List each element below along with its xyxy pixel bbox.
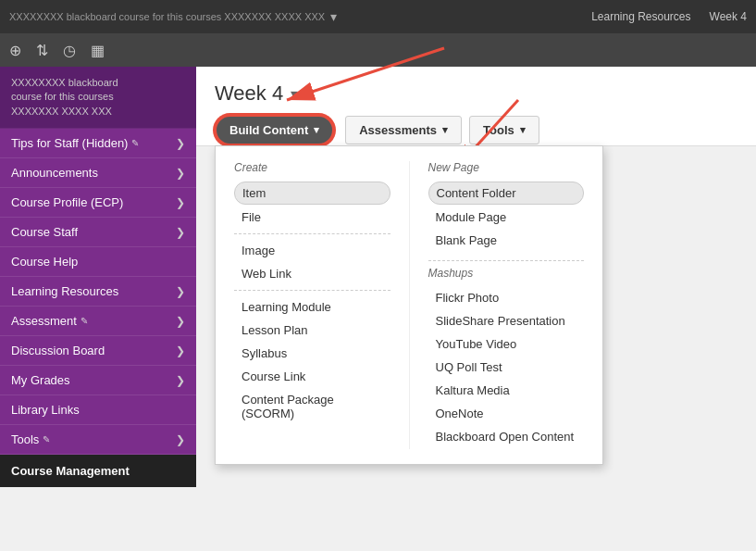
chevron-icon: ❯ xyxy=(176,167,185,180)
week-title-text: Week 4 xyxy=(215,81,283,106)
sidebar-item-course-profile[interactable]: Course Profile (ECP) ❯ xyxy=(0,188,196,218)
grid-icon[interactable]: ▦ xyxy=(91,42,105,59)
caret-icon: ▾ xyxy=(520,124,526,136)
sidebar-item-my-grades[interactable]: My Grades ❯ xyxy=(0,366,196,395)
syllabus-option[interactable]: Syllabus xyxy=(234,343,390,364)
chevron-icon: ❯ xyxy=(176,226,185,239)
sidebar: XXXXXXXX blackboard course for this cour… xyxy=(0,67,196,487)
kaltura-option[interactable]: Kaltura Media xyxy=(428,380,585,401)
breadcrumb-nav: Learning Resources Week 4 xyxy=(591,10,747,23)
caret-icon: ▾ xyxy=(442,124,448,136)
sidebar-item-label: Assessment xyxy=(11,314,77,328)
sidebar-item-assessment[interactable]: Assessment ✎ ❯ xyxy=(0,307,196,336)
sidebar-item-learning-resources[interactable]: Learning Resources ❯ xyxy=(0,277,196,307)
lesson-plan-option[interactable]: Lesson Plan xyxy=(234,319,390,341)
assessments-label: Assessments xyxy=(359,123,437,137)
plus-icon[interactable]: ⊕ xyxy=(9,42,21,59)
breadcrumb-learning-resources[interactable]: Learning Resources xyxy=(591,10,690,23)
item-option[interactable]: Item xyxy=(234,182,390,205)
chevron-icon: ❯ xyxy=(176,137,185,150)
image-option[interactable]: Image xyxy=(234,240,390,261)
chevron-icon: ❯ xyxy=(176,374,185,387)
tools-button[interactable]: Tools ▾ xyxy=(469,116,539,144)
sidebar-item-label: Course Help xyxy=(11,255,78,269)
flickr-photo-option[interactable]: Flickr Photo xyxy=(428,287,585,308)
sidebar-item-label: Course Profile (ECP) xyxy=(11,195,123,209)
blackboard-open-option[interactable]: Blackboard Open Content xyxy=(428,426,585,447)
assessments-button[interactable]: Assessments ▾ xyxy=(345,116,462,144)
content-folder-option[interactable]: Content Folder xyxy=(428,182,585,205)
chevron-icon: ❯ xyxy=(176,196,185,209)
new-page-section-label: New Page xyxy=(428,161,585,174)
icon-bar: ⊕ ⇅ ◷ ▦ xyxy=(0,33,756,67)
clock-icon[interactable]: ◷ xyxy=(63,42,76,59)
sidebar-item-label: Learning Resources xyxy=(11,284,118,298)
course-management-label[interactable]: Course Management xyxy=(0,455,196,487)
sidebar-item-tips[interactable]: Tips for Staff (Hidden) ✎ ❯ xyxy=(0,129,196,158)
build-content-button[interactable]: Build Content ▾ xyxy=(215,115,334,145)
sidebar-item-library-links[interactable]: Library Links xyxy=(0,395,196,425)
content-header: Week 4 ▾ Build Content ▾ Create xyxy=(196,67,756,146)
sidebar-item-label: Course Staff xyxy=(11,225,78,239)
content-package-option[interactable]: Content Package (SCORM) xyxy=(234,389,390,424)
uq-poll-option[interactable]: UQ Poll Test xyxy=(428,357,585,378)
sidebar-item-tools[interactable]: Tools ✎ ❯ xyxy=(0,425,196,455)
edit-icon: ✎ xyxy=(43,434,50,445)
sidebar-item-announcements[interactable]: Announcements ❯ xyxy=(0,158,196,188)
sidebar-course-title: XXXXXXXX blackboard course for this cour… xyxy=(11,76,185,119)
chevron-icon: ❯ xyxy=(176,315,185,328)
new-page-column: New Page Content Folder Module Page Blan… xyxy=(409,161,603,449)
youtube-option[interactable]: YouTube Video xyxy=(428,333,585,355)
week-title: Week 4 ▾ xyxy=(215,81,737,106)
top-bar: XXXXXXXX blackboard course for this cour… xyxy=(0,0,756,33)
onenote-option[interactable]: OneNote xyxy=(428,403,585,424)
sidebar-item-label: Announcements xyxy=(11,166,98,180)
build-content-label: Build Content xyxy=(229,123,308,137)
sidebar-item-label: My Grades xyxy=(11,373,70,387)
week-title-chevron[interactable]: ▾ xyxy=(291,85,298,103)
breadcrumb-week4[interactable]: Week 4 xyxy=(710,10,747,23)
chevron-icon: ❯ xyxy=(176,433,185,446)
edit-icon: ✎ xyxy=(81,316,88,326)
caret-icon: ▾ xyxy=(314,124,319,136)
sidebar-item-course-help[interactable]: Course Help xyxy=(0,247,196,277)
chevron-icon: ❯ xyxy=(176,344,185,357)
build-content-dropdown: Build Content ▾ Create Item File Image xyxy=(215,115,334,145)
slideshare-option[interactable]: SlideShare Presentation xyxy=(428,310,585,332)
blank-page-option[interactable]: Blank Page xyxy=(428,230,585,251)
updown-icon[interactable]: ⇅ xyxy=(36,42,48,59)
content-area: Week 4 ▾ Build Content ▾ Create xyxy=(196,67,756,487)
sidebar-item-label: Discussion Board xyxy=(11,344,105,357)
sidebar-header: XXXXXXXX blackboard course for this cour… xyxy=(0,67,196,129)
learning-module-option[interactable]: Learning Module xyxy=(234,296,390,318)
topbar-chevron[interactable]: ▾ xyxy=(330,9,337,24)
sidebar-item-label: Tips for Staff (Hidden) xyxy=(11,136,128,150)
module-page-option[interactable]: Module Page xyxy=(428,207,585,228)
course-link-option[interactable]: Course Link xyxy=(234,366,390,387)
main-layout: XXXXXXXX blackboard course for this cour… xyxy=(0,67,756,487)
create-column: Create Item File Image Web Link Learning… xyxy=(216,161,409,449)
sidebar-item-label: Library Links xyxy=(11,403,80,417)
sidebar-item-course-staff[interactable]: Course Staff ❯ xyxy=(0,218,196,247)
tools-label: Tools xyxy=(483,123,514,137)
course-title[interactable]: XXXXXXXX blackboard course for this cour… xyxy=(9,11,325,22)
file-option[interactable]: File xyxy=(234,207,390,228)
chevron-icon: ❯ xyxy=(176,285,185,298)
mashups-section-label: Mashups xyxy=(428,267,585,280)
web-link-option[interactable]: Web Link xyxy=(234,263,390,284)
toolbar: Build Content ▾ Create Item File Image xyxy=(215,115,737,145)
build-content-menu: Create Item File Image Web Link Learning… xyxy=(215,145,603,465)
edit-icon: ✎ xyxy=(131,138,139,148)
create-section-label: Create xyxy=(234,161,390,174)
sidebar-item-discussion-board[interactable]: Discussion Board ❯ xyxy=(0,336,196,366)
sidebar-item-label: Tools xyxy=(11,432,39,446)
